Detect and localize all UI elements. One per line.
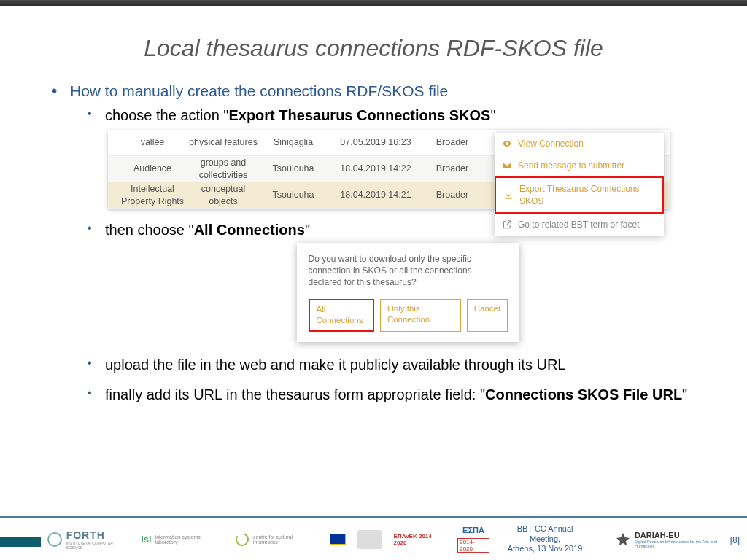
svg-point-1: [236, 534, 248, 545]
menu-send-message[interactable]: Send message to submitter: [495, 155, 664, 176]
step2-bold: All Connections: [194, 222, 305, 238]
isl-logo: isl information systems laboratory: [141, 534, 223, 545]
slide-body: Local thesaurus connections RDF-SKOS fil…: [0, 6, 747, 405]
cci-logo: centre for cultural informatics: [235, 532, 317, 547]
dialog-message: Do you want to download only the specifi…: [309, 253, 508, 289]
menu-label: Send message to submitter: [518, 160, 624, 171]
eu-flag-icon: [330, 534, 346, 545]
eye-icon: [502, 139, 512, 149]
greek-gov-logo: [357, 530, 382, 549]
epanek-text: ΕΠΑνΕΚ 2014-2020: [394, 533, 446, 546]
cell-user: Tsoulouha: [258, 163, 328, 175]
isl-text: information systems laboratory: [155, 534, 224, 545]
step-1: choose the action "Export Thesaurus Conn…: [88, 106, 711, 209]
bullet-main-text: How to manually create the connections R…: [70, 82, 448, 99]
cell-term: Intellectual Property Rights: [108, 183, 188, 208]
external-link-icon: [502, 219, 512, 230]
all-connections-button[interactable]: All Connections: [309, 299, 374, 332]
dariah-sub: Digital Research Infrastructure for the …: [635, 540, 737, 548]
meeting-info: BBT CC Annual Meeting, Athens, 13 Nov 20…: [501, 524, 589, 554]
gov-badge-icon: [357, 530, 382, 549]
forth-text: FORTH: [66, 529, 129, 541]
cell-date: 18.04.2019 14:21: [328, 189, 423, 201]
espa-logo: ΕΣΠΑ 2014-2020: [457, 526, 489, 553]
cell-date: 07.05.2019 16:23: [328, 136, 423, 149]
svg-point-0: [48, 533, 61, 546]
eu-logo: [330, 534, 346, 545]
cell-facet: physical features: [188, 136, 258, 149]
cell-term: vallée: [108, 136, 188, 149]
slide-footer: FORTH INSTITUTE OF COMPUTER SCIENCE isl …: [0, 516, 747, 560]
meeting-line1: BBT CC Annual Meeting,: [501, 524, 589, 545]
menu-goto-bbt[interactable]: Go to related BBT term or facet: [495, 214, 664, 236]
step2-pre: then choose ": [105, 222, 194, 238]
step1-post: ": [490, 107, 495, 123]
dariah-logo: DARIAH-EU Digital Research Infrastructur…: [615, 531, 737, 548]
download-icon: [503, 190, 514, 201]
cell-rel: Broader: [423, 189, 481, 201]
step-4: finally add its URL in the thesaurus for…: [88, 385, 711, 405]
menu-label: Go to related BBT term or facet: [518, 219, 640, 230]
espa-text: ΕΣΠΑ: [462, 526, 484, 534]
cci-text: centre for cultural informatics: [253, 534, 318, 545]
menu-export-skos[interactable]: Export Thesaurus Connections SKOS: [495, 176, 664, 213]
bullet-main: How to manually create the connections R…: [51, 82, 711, 405]
cell-facet: conceptual objects: [188, 183, 258, 208]
cell-term: Audience: [108, 163, 188, 175]
forth-sub: INSTITUTE OF COMPUTER SCIENCE: [66, 541, 129, 550]
cancel-button[interactable]: Cancel: [467, 299, 508, 332]
espa-year: 2014-2020: [457, 538, 489, 553]
step-2: then choose "All Connections" Do you wan…: [88, 220, 711, 342]
window-topbar: [0, 0, 747, 6]
page-number: [8]: [730, 535, 740, 545]
menu-label: Export Thesaurus Connections SKOS: [519, 183, 655, 206]
connections-table: vallée physical features Sinigaglia 07.0…: [108, 130, 670, 209]
menu-label: View Connection: [518, 138, 584, 149]
cci-icon: [235, 532, 249, 547]
step4-bold: Connections SKOS File URL: [485, 386, 682, 402]
step2-post: ": [305, 222, 310, 238]
forth-logo: FORTH INSTITUTE OF COMPUTER SCIENCE: [47, 529, 129, 550]
step1-pre: choose the action ": [105, 107, 228, 123]
epanek-logo: ΕΠΑνΕΚ 2014-2020: [394, 533, 446, 546]
cell-facet: groups and collectivities: [188, 157, 258, 182]
mail-icon: [502, 160, 512, 171]
cell-date: 18.04.2019 14:22: [328, 163, 423, 175]
step4-post: ": [682, 386, 687, 402]
step4-pre: finally add its URL in the thesaurus for…: [105, 386, 485, 402]
context-menu: View Connection Send message to submitte…: [495, 133, 664, 236]
menu-view-connection[interactable]: View Connection: [495, 133, 664, 155]
cell-rel: Broader: [423, 136, 481, 149]
dariah-icon: [615, 532, 631, 548]
cell-user: Tsoulouha: [258, 189, 328, 201]
forth-icon: [47, 532, 63, 548]
cell-rel: Broader: [423, 163, 481, 175]
dariah-text: DARIAH-EU: [635, 531, 737, 540]
step-3: upload the file in the web and make it p…: [88, 355, 711, 375]
footer-accent-stripe: [0, 537, 41, 547]
meeting-line2: Athens, 13 Nov 2019: [501, 544, 589, 554]
step1-bold: Export Thesaurus Connections SKOS: [228, 107, 490, 123]
slide-title: Local thesaurus connections RDF-SKOS fil…: [36, 35, 711, 62]
cell-user: Sinigaglia: [258, 136, 328, 149]
download-dialog: Do you want to download only the specifi…: [297, 243, 519, 342]
only-this-connection-button[interactable]: Only this Connection: [380, 299, 461, 332]
